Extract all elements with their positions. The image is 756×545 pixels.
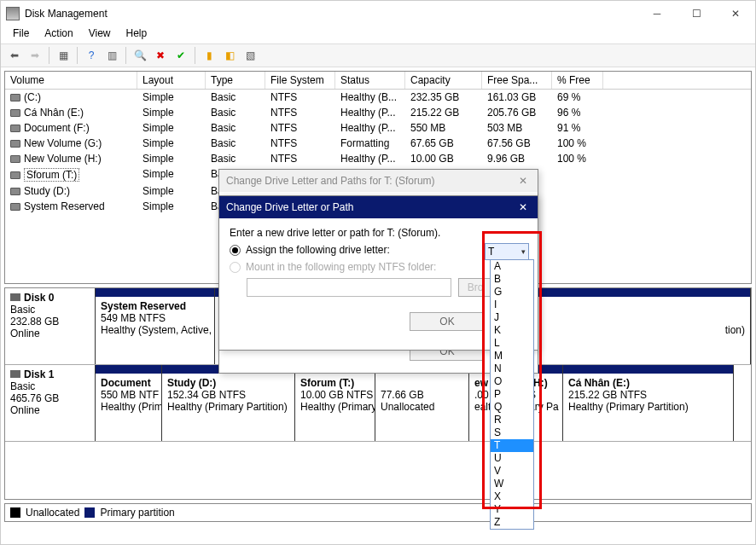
partition[interactable]: Document550 MB NTFHealthy (Prim	[96, 365, 162, 441]
delete-icon[interactable]: ✖	[152, 47, 169, 64]
drive-letter-selected: T	[488, 246, 494, 258]
volume-table-header: Volume Layout Type File System Status Ca…	[5, 72, 751, 90]
menu-action[interactable]: Action	[38, 26, 79, 43]
col-capacity[interactable]: Capacity	[405, 72, 482, 89]
col-type[interactable]: Type	[206, 72, 265, 89]
drive-letter-combo[interactable]: T ▾	[485, 243, 529, 260]
partition[interactable]: Cá Nhân (E:)215.22 GB NTFSHealthy (Prima…	[563, 365, 734, 441]
close-button[interactable]: ✕	[716, 1, 755, 26]
radio-mount-folder[interactable]: Mount in the following empty NTFS folder…	[230, 261, 527, 273]
drive-letter-option[interactable]: M	[491, 350, 533, 362]
check-icon[interactable]: ✔	[172, 47, 189, 64]
drive-icon	[10, 171, 20, 179]
col-filesystem[interactable]: File System	[265, 72, 335, 89]
forward-button[interactable]: ➡	[26, 47, 44, 64]
drive-icon	[10, 155, 20, 163]
menu-help[interactable]: Help	[119, 26, 154, 43]
table-view-icon[interactable]: ▦	[55, 47, 72, 64]
dialog-close-button[interactable]: ✕	[515, 201, 531, 213]
disk-icon	[10, 370, 20, 378]
drive-letter-option[interactable]: U	[491, 452, 533, 465]
drive-letter-dropdown[interactable]: ABGIJKLMNOPQRSTUVWXYZ	[490, 259, 534, 530]
dialog-close-button[interactable]: ✕	[515, 175, 531, 187]
statusbar	[1, 525, 755, 544]
disk-0-label[interactable]: Disk 0 Basic 232.88 GB Online	[5, 288, 96, 364]
inner-ok-button[interactable]: OK	[410, 312, 485, 331]
disk-management-window: Disk Management ─ ☐ ✕ File Action View H…	[0, 0, 756, 545]
drive-letter-option[interactable]: L	[491, 337, 533, 350]
menu-file[interactable]: File	[6, 26, 36, 43]
titlebar: Disk Management ─ ☐ ✕	[1, 1, 755, 26]
col-freespace[interactable]: Free Spa...	[482, 72, 552, 89]
app-icon	[6, 7, 20, 20]
legend-primary-label: Primary partition	[100, 507, 174, 519]
drive-icon	[10, 203, 20, 211]
drive-letter-option[interactable]: Z	[491, 516, 533, 529]
drive-icon	[10, 94, 20, 101]
dialog-prompt: Enter a new drive letter or path for T: …	[230, 227, 527, 239]
chevron-down-icon: ▾	[521, 247, 526, 256]
maximize-button[interactable]: ☐	[677, 1, 716, 26]
drive-icon	[10, 188, 20, 195]
drive-letter-option[interactable]: G	[491, 286, 533, 299]
radio-dot-selected-icon	[230, 245, 241, 256]
legend-primary-swatch	[84, 507, 95, 518]
menubar: File Action View Help	[1, 26, 755, 43]
col-percent-free[interactable]: % Free	[552, 72, 603, 89]
drive-icon	[10, 140, 20, 148]
partition[interactable]: Study (D:)152.34 GB NTFSHealthy (Primary…	[162, 365, 295, 441]
volume-row[interactable]: New Volume (H:) SimpleBasicNTFS Healthy …	[5, 151, 751, 166]
volume-row[interactable]: (C:) SimpleBasicNTFS Healthy (B...232.35…	[5, 90, 751, 105]
find-icon[interactable]: 🔍	[131, 47, 148, 64]
col-volume[interactable]: Volume	[5, 72, 137, 89]
drive-letter-option[interactable]: V	[491, 465, 533, 478]
drive-letter-option[interactable]: I	[491, 299, 533, 311]
drive-letter-option[interactable]: K	[491, 324, 533, 337]
volume-row[interactable]: Document (F:) SimpleBasicNTFS Healthy (P…	[5, 120, 751, 136]
dialog-title: Change Drive Letter or Path	[226, 201, 515, 213]
menu-view[interactable]: View	[82, 26, 118, 43]
back-button[interactable]: ⬅	[6, 47, 23, 64]
dialog-titlebar: Change Drive Letter and Paths for T: (Sf…	[219, 170, 538, 192]
drive-letter-option[interactable]: B	[491, 273, 533, 286]
drive-letter-option[interactable]: Y	[491, 503, 533, 516]
drive-letter-option[interactable]: J	[491, 311, 533, 324]
minimize-button[interactable]: ─	[637, 1, 677, 26]
partition-system-reserved[interactable]: System Reserved 549 MB NTFS Healthy (Sys…	[96, 288, 215, 364]
drive-letter-option[interactable]: S	[491, 426, 533, 439]
radio-assign-letter[interactable]: Assign the following drive letter:	[230, 244, 527, 256]
grid-icon[interactable]: ▥	[103, 47, 120, 64]
radio-dot-icon	[230, 262, 241, 273]
drive-icon	[10, 109, 20, 117]
drive-letter-option[interactable]: X	[491, 490, 533, 503]
dialog-title: Change Drive Letter and Paths for T: (Sf…	[226, 175, 515, 187]
toolbar: ⬅ ➡ ▦ ? ▥ 🔍 ✖ ✔ ▮ ◧ ▧	[1, 43, 755, 67]
disk-1-label[interactable]: Disk 1 Basic 465.76 GB Online	[5, 365, 96, 441]
partition[interactable]: Sforum (T:)10.00 GB NTFSHealthy (Primary…	[295, 365, 375, 441]
drive-letter-option[interactable]: A	[491, 260, 533, 273]
options-icon[interactable]: ▧	[241, 47, 259, 64]
volume-row[interactable]: New Volume (G:) SimpleBasicNTFS Formatti…	[5, 136, 751, 151]
window-title: Disk Management	[25, 8, 637, 20]
drive-letter-option[interactable]: W	[491, 478, 533, 490]
drive-letter-option[interactable]: N	[491, 362, 533, 375]
disk-1-block: Disk 1 Basic 465.76 GB Online Document55…	[5, 365, 751, 442]
drive-letter-option[interactable]: T	[491, 439, 533, 452]
browse-button[interactable]: Bro	[458, 278, 492, 297]
disk-icon	[10, 293, 20, 301]
col-status[interactable]: Status	[335, 72, 405, 89]
partition[interactable]: 77.66 GBUnallocated	[375, 365, 469, 441]
drive-letter-option[interactable]: P	[491, 388, 533, 401]
volume-row[interactable]: Cá Nhân (E:) SimpleBasicNTFS Healthy (P.…	[5, 105, 751, 120]
col-layout[interactable]: Layout	[137, 72, 206, 89]
help-icon[interactable]: ?	[83, 47, 100, 64]
legend-unallocated-label: Unallocated	[26, 507, 79, 519]
drive-letter-option[interactable]: Q	[491, 401, 533, 414]
new-volume-icon[interactable]: ▮	[201, 47, 218, 64]
legend-unallocated-swatch	[10, 507, 20, 518]
mount-path-input	[247, 278, 451, 297]
drive-letter-option[interactable]: R	[491, 414, 533, 426]
drive-icon	[10, 125, 20, 132]
tool-icon[interactable]: ◧	[221, 47, 238, 64]
drive-letter-option[interactable]: O	[491, 375, 533, 388]
